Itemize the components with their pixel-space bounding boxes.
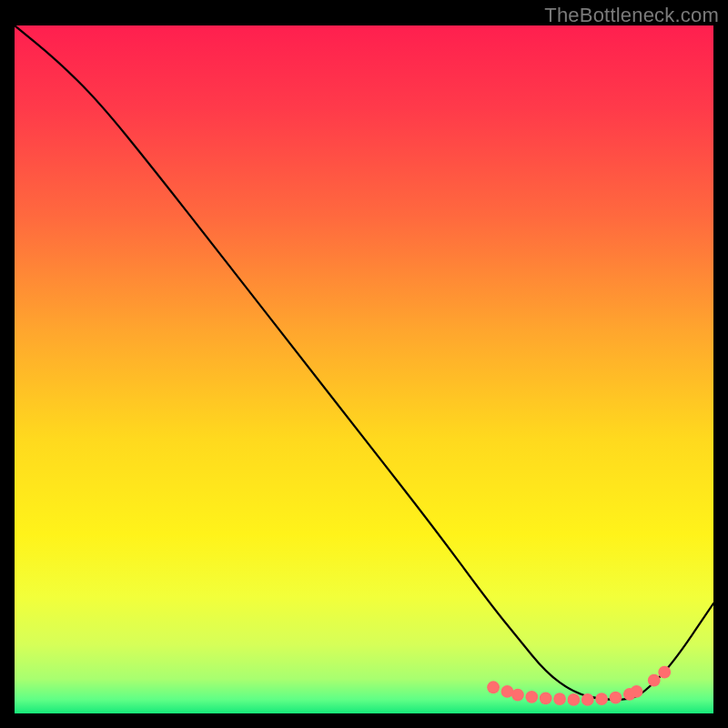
marker-dot (581, 693, 594, 706)
chart-svg (15, 25, 713, 713)
chart-frame: TheBottleneck.com (0, 0, 728, 728)
marker-dot (511, 689, 524, 702)
marker-dot (567, 693, 580, 706)
marker-dot (610, 692, 622, 704)
chart-plot (15, 25, 713, 713)
marker-dot (631, 685, 643, 698)
marker-dot (525, 691, 538, 703)
watermark-text: TheBottleneck.com (544, 4, 719, 27)
marker-dot (595, 693, 608, 705)
marker-dot (658, 666, 671, 679)
chart-background (15, 25, 713, 713)
marker-dot (648, 674, 661, 687)
marker-dot (553, 693, 566, 705)
marker-dot (487, 681, 500, 693)
marker-dot (540, 692, 552, 704)
